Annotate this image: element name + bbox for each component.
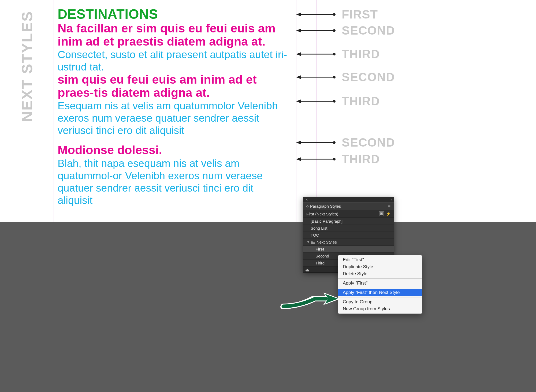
arrow-left-icon xyxy=(296,28,336,33)
menu-item-delete-style[interactable]: Delete Style xyxy=(338,270,422,277)
paragraph-third-3[interactable]: Blah, thit napa esequam nis at velis am … xyxy=(58,157,291,207)
label-row-second-2: SECOND xyxy=(296,70,425,84)
label-row-first: FIRST xyxy=(296,8,425,21)
context-menu[interactable]: Edit "First"... Duplicate Style... Delet… xyxy=(338,255,422,314)
menu-separator xyxy=(338,278,422,279)
row-label-column: NEXT STYLES xyxy=(0,0,54,222)
style-item-first[interactable]: First xyxy=(303,246,394,253)
column-guide-1 xyxy=(54,0,54,222)
close-icon[interactable]: ✕ xyxy=(305,198,308,201)
arrow-left-icon xyxy=(296,74,336,80)
paragraph-third-1[interactable]: Consectet, susto et alit praesent autpat… xyxy=(58,48,291,73)
row-label-text: NEXT STYLES xyxy=(18,11,36,122)
style-item-song-list[interactable]: Song List xyxy=(303,225,394,232)
panel-menu-icon[interactable]: ≡ xyxy=(388,204,390,208)
label-row-third-1: THIRD xyxy=(296,47,425,61)
folder-icon xyxy=(311,241,315,244)
menu-item-apply-then-next-style[interactable]: Apply "First" then Next Style xyxy=(338,289,422,296)
arrow-left-icon xyxy=(296,156,336,162)
style-group-next-styles[interactable]: ▼ Next Styles xyxy=(303,239,394,246)
paragraph-second-3[interactable]: Modionse dolessi. xyxy=(58,144,291,157)
label-row-second-1: SECOND xyxy=(296,24,425,38)
arrow-left-icon xyxy=(296,99,336,104)
style-labels-column: FIRST SECOND THIRD SECOND THIRD SECOND T… xyxy=(296,8,425,169)
label-second: SECOND xyxy=(342,70,395,84)
page-border-top xyxy=(0,0,536,0)
chevron-icon: ◇ xyxy=(306,204,308,208)
label-second: SECOND xyxy=(342,24,395,38)
menu-item-duplicate-style[interactable]: Duplicate Style... xyxy=(338,263,422,270)
collapse-icon[interactable]: « xyxy=(390,198,392,201)
panel-titlebar[interactable]: ✕ « xyxy=(303,197,394,202)
label-row-third-3: THIRD xyxy=(296,152,425,166)
label-row-second-3: SECOND xyxy=(296,136,425,150)
app-background-gray xyxy=(0,222,536,392)
arrow-left-icon xyxy=(296,12,336,17)
style-item-basic-paragraph[interactable]: [Basic Paragraph] xyxy=(303,218,394,225)
label-third: THIRD xyxy=(342,47,380,61)
menu-item-apply-style[interactable]: Apply "First" xyxy=(338,280,422,287)
current-style-label: First (Next Styles) xyxy=(306,212,338,216)
new-style-icon[interactable]: ⊞ xyxy=(379,211,384,216)
style-item-toc[interactable]: TOC xyxy=(303,232,394,239)
quick-apply-icon[interactable]: ⚡ xyxy=(386,211,391,216)
panel-tab-label: Paragraph Styles xyxy=(310,204,341,208)
label-third: THIRD xyxy=(342,152,380,166)
menu-item-edit-style[interactable]: Edit "First"... xyxy=(338,256,422,263)
style-group-label: Next Styles xyxy=(317,240,337,244)
menu-item-new-group-from-styles[interactable]: New Group from Styles... xyxy=(338,305,422,312)
label-third: THIRD xyxy=(342,94,380,108)
paragraph-third-2[interactable]: Esequam nis at velis am quatummolor Vele… xyxy=(58,100,291,137)
row-divider-2 xyxy=(0,222,536,222)
label-row-third-2: THIRD xyxy=(296,94,425,108)
document-text-frame[interactable]: DESTINATIONS Na facillan er sim quis eu … xyxy=(58,8,291,207)
menu-separator xyxy=(338,288,422,288)
menu-separator xyxy=(338,297,422,297)
arrow-left-icon xyxy=(296,51,336,57)
label-first: FIRST xyxy=(342,8,378,21)
paragraph-first[interactable]: DESTINATIONS xyxy=(58,8,291,21)
label-second: SECOND xyxy=(342,136,395,150)
arrow-left-icon xyxy=(296,140,336,145)
chevron-down-icon: ▼ xyxy=(307,241,310,244)
callout-arrow-icon xyxy=(280,288,342,309)
cc-libraries-icon[interactable] xyxy=(305,268,310,271)
paragraph-second-2[interactable]: sim quis eu feui euis am inim ad et prae… xyxy=(58,73,291,99)
menu-item-copy-to-group[interactable]: Copy to Group... xyxy=(338,298,422,305)
panel-current-style: First (Next Styles) ⊞ ⚡ xyxy=(303,210,394,218)
panel-tab-paragraph-styles[interactable]: ◇ Paragraph Styles ≡ xyxy=(303,202,394,210)
paragraph-second-1[interactable]: Na facillan er sim quis eu feui euis am … xyxy=(58,22,291,48)
